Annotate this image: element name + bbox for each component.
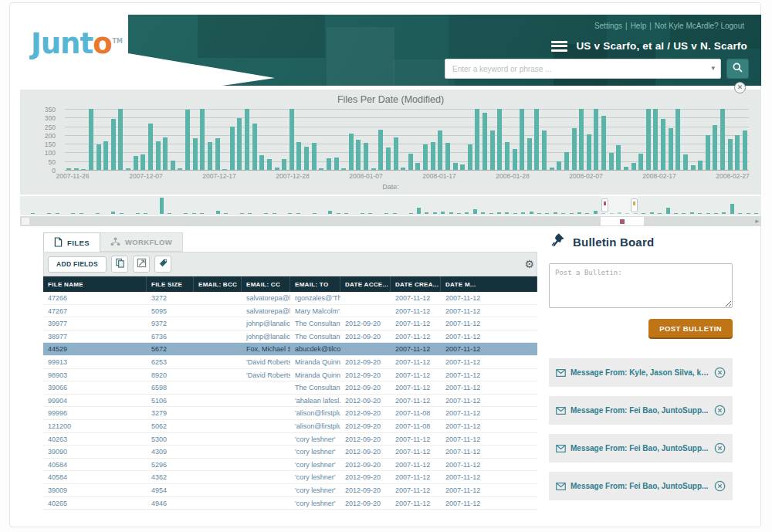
help-link[interactable]: Help: [631, 22, 647, 30]
scrollbar-thumb[interactable]: [601, 217, 644, 225]
x-tick-label: 2007-12-17: [194, 172, 245, 180]
brush-bar: [31, 213, 35, 214]
copy-button[interactable]: [111, 256, 128, 273]
table-row[interactable]: 390904309'cory leshner'2012-09-202007-11…: [43, 446, 537, 459]
brush-bar: [313, 213, 317, 214]
message-label: Message From: Fei Bao, JuntoSupp...: [571, 444, 709, 452]
brush-bar: [160, 198, 164, 214]
column-header[interactable]: EMAIL: TO: [290, 276, 340, 292]
search-button[interactable]: [726, 59, 749, 79]
dismiss-message-button[interactable]: [714, 480, 726, 492]
table-cell: The Consultant': [290, 330, 340, 343]
table-cell: 2007-11-12: [441, 356, 537, 368]
chart-bar: [713, 125, 717, 170]
table-row[interactable]: 445295672Fox, Michael S....abucdek@tilco…: [43, 343, 537, 356]
brush-bar: [192, 213, 196, 214]
table-cell: 2007-11-12: [391, 369, 441, 381]
table-row[interactable]: 989038920'David Roberts'Miranda Quinn'20…: [43, 369, 537, 382]
bulletin-message[interactable]: Message From: Fei Bao, JuntoSupp...: [549, 434, 733, 463]
junto-logo[interactable]: JuntoTM: [31, 27, 123, 60]
settings-link[interactable]: Settings: [594, 22, 622, 30]
gear-icon[interactable]: ⚙: [524, 258, 534, 270]
table-cell: salvatorepa@hil...: [242, 305, 290, 317]
table-cell: 6598: [147, 381, 194, 394]
brush-bar: [570, 213, 574, 214]
scrollbar-right-arrow-icon[interactable]: ▸: [755, 216, 759, 226]
table-row[interactable]: 390666598The Consultant...2012-09-202007…: [43, 381, 537, 395]
chart-plot: [65, 109, 749, 170]
table-row[interactable]: 402654946'cory leshner'2012-09-202007-11…: [43, 497, 537, 510]
header-decoration: [198, 15, 325, 58]
gridline: [65, 170, 749, 171]
table-cell: 2007-11-12: [441, 395, 537, 407]
chevron-down-icon[interactable]: ▾: [711, 64, 715, 72]
bulletin-message[interactable]: Message From: Fei Bao, JuntoSupp...: [549, 472, 733, 500]
timeline-scrollbar[interactable]: ▸: [20, 216, 761, 226]
brush-handle-left[interactable]: [601, 198, 608, 212]
column-header[interactable]: DATE M...: [441, 276, 537, 292]
table-row[interactable]: 389776736johnp@lanalic.c...The Consultan…: [43, 330, 537, 344]
table-cell: 2012-09-20: [340, 381, 391, 394]
x-tick-label: 2008-01-17: [414, 172, 465, 180]
table-cell: 5300: [147, 433, 194, 446]
table-row[interactable]: 472675095salvatorepa@hil...Mary Malcolm'…: [43, 305, 537, 318]
table-row[interactable]: 999963279'alison@firstplu...2012-09-2020…: [43, 407, 537, 420]
table-row[interactable]: 1212005062'alison@firstplu...2012-09-202…: [43, 420, 537, 433]
column-header[interactable]: DATE CREA...: [391, 276, 441, 292]
column-header[interactable]: FILE SIZE: [147, 276, 194, 292]
table-cell: 2007-11-12: [441, 381, 537, 394]
bulletin-message[interactable]: Message From: Kyle, Jason Silva, ky...: [549, 358, 733, 387]
table-cell: 2007-11-12: [441, 497, 537, 510]
table-cell: 'cory leshner': [290, 446, 340, 458]
bulletin-compose-textarea[interactable]: [549, 263, 733, 308]
brush-bar: [409, 213, 413, 214]
table-cell: 2007-11-12: [391, 497, 441, 510]
menu-icon[interactable]: [551, 41, 567, 52]
x-tick-label: 2007-12-28: [267, 172, 318, 180]
table-row[interactable]: 399779372johnp@lanalic.c...The Consultan…: [43, 317, 537, 330]
table-cell: 2007-11-12: [441, 407, 537, 419]
brush-handle-right[interactable]: [631, 198, 638, 212]
dismiss-message-button[interactable]: [714, 442, 726, 454]
column-header[interactable]: EMAIL: CC: [242, 276, 290, 292]
bulletin-message[interactable]: Message From: Fei Bao, JuntoSupp...: [549, 396, 733, 425]
dismiss-message-button[interactable]: [714, 405, 726, 416]
column-header[interactable]: FILE NAME: [43, 276, 147, 292]
export-button[interactable]: [133, 256, 150, 273]
table-cell: [194, 420, 242, 432]
brush-bar: [481, 212, 485, 214]
chart-bar: [148, 124, 153, 170]
chart-close-icon[interactable]: ✕: [734, 82, 746, 93]
x-tick-label: 2007-11-26: [47, 172, 98, 180]
table-cell: 40584: [43, 459, 147, 471]
column-header[interactable]: EMAIL: BCC: [194, 276, 242, 292]
table-row[interactable]: 390094954'cory leshner'2012-09-202007-11…: [43, 484, 537, 497]
table-cell: 5296: [147, 459, 194, 471]
table-row[interactable]: 999045106'ahalean lafesl...2012-09-20200…: [43, 395, 537, 408]
table-cell: 2012-09-20: [340, 395, 391, 407]
table-row[interactable]: 402635300'cory leshner'2012-09-202007-11…: [43, 433, 537, 446]
scrollbar-left-button[interactable]: [22, 218, 29, 225]
column-header[interactable]: DATE ACCE...: [340, 276, 391, 292]
brush-bar: [224, 213, 228, 214]
table-row[interactable]: 472663272salvatorepa@hil...rgonzales@'Th…: [43, 292, 537, 305]
chart-bar: [557, 161, 561, 170]
table-cell: 2012-09-20: [340, 446, 391, 458]
chart-bar: [364, 143, 368, 170]
tab-files[interactable]: FILES: [43, 232, 100, 252]
search-input[interactable]: [445, 59, 721, 79]
table-cell: [194, 433, 242, 446]
add-fields-button[interactable]: ADD FIELDS: [48, 256, 107, 273]
tag-button[interactable]: [154, 256, 171, 273]
table-row[interactable]: 999136253'David Roberts'Miranda Quinn'20…: [43, 356, 537, 369]
logout-link[interactable]: Not Kyle McArdle? Logout: [655, 22, 744, 30]
dismiss-message-button[interactable]: [714, 367, 726, 378]
table-row[interactable]: 405845296'cory leshner'2012-09-202007-11…: [43, 459, 537, 472]
table-cell: 9372: [147, 317, 194, 330]
post-bulletin-button[interactable]: POST BULLETIN: [648, 319, 733, 337]
tab-workflow[interactable]: WORKFLOW: [100, 232, 183, 252]
table-row[interactable]: 405844362'cory leshner'2012-09-202007-11…: [43, 471, 537, 484]
brush-bar: [136, 213, 140, 214]
table-cell: 2007-11-12: [441, 305, 537, 317]
chart-bar: [327, 158, 331, 170]
